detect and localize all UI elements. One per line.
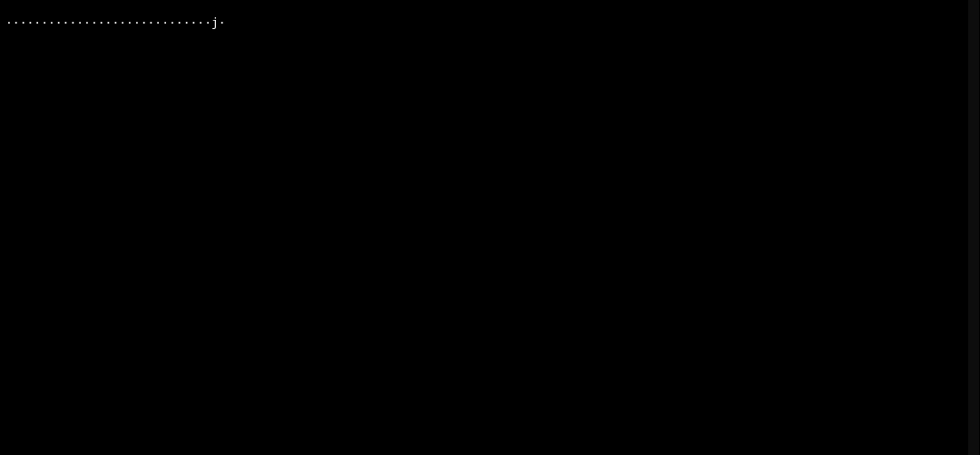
scrollbar[interactable]: [966, 0, 980, 455]
terminal-output[interactable]: ·····························j·: [0, 0, 980, 455]
prompt-line: [5, 342, 975, 356]
blank-line: [5, 179, 975, 193]
terminal-window[interactable]: ·····························j·: [0, 0, 980, 455]
prompt-line: [5, 43, 975, 56]
truncated-top-line: ·····························j·: [5, 15, 975, 29]
blank-line: [5, 315, 975, 329]
scrollbar-thumb[interactable]: [968, 0, 979, 455]
